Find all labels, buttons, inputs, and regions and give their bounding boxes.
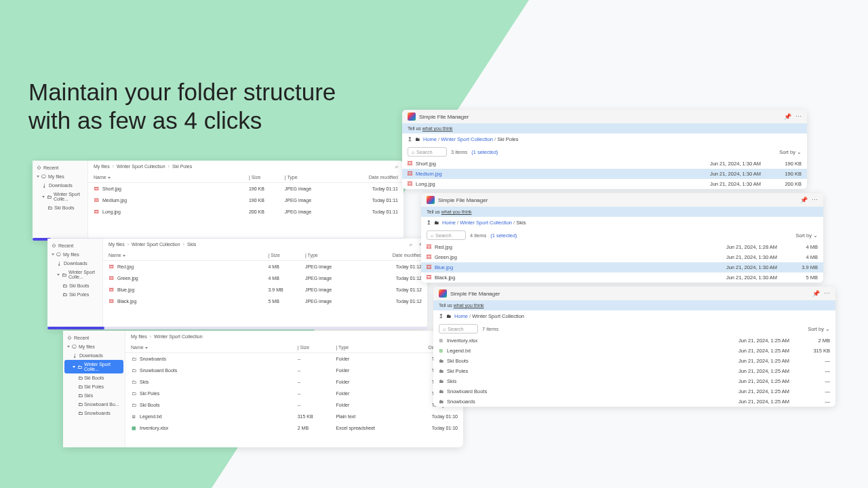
feedback-link[interactable]: what you think bbox=[454, 303, 484, 308]
crumb[interactable]: Home bbox=[423, 136, 437, 142]
folder-icon: 🖿 bbox=[439, 358, 444, 364]
file-row[interactable]: 🖼Medium.jpg 190 KB JPEG image Today 01:1… bbox=[88, 195, 403, 206]
pin-icon[interactable]: 📌 bbox=[812, 290, 820, 297]
file-row[interactable]: 🖼Short.jpg 190 KB JPEG image Today 01:11 bbox=[88, 183, 403, 195]
sort-arrow-icon[interactable] bbox=[108, 177, 111, 179]
crumb[interactable]: Skis bbox=[516, 220, 526, 226]
file-row[interactable]: 🗀Skis -- Folder Today 01:13 bbox=[125, 376, 463, 388]
crumb[interactable]: Ski Poles bbox=[497, 136, 518, 142]
sidebar-wsc[interactable]: 🗀 Winter Sport Colle... bbox=[34, 190, 86, 203]
sort-button[interactable]: Sort by ⌄ bbox=[795, 232, 818, 239]
file-row[interactable]: 🗎Inventory.xlsx Jun 21, 2024, 1:25 AM 2 … bbox=[433, 336, 835, 346]
crumb[interactable]: My files bbox=[131, 334, 147, 339]
sidebar-downloads[interactable]: ⭳ Downloads bbox=[34, 181, 86, 190]
file-row[interactable]: 🖿Snowboards Jun 21, 2024, 1:25 AM — bbox=[433, 396, 835, 407]
file-row[interactable]: 🗀Ski Boots -- Folder Today 01:13 bbox=[125, 399, 463, 411]
sidebar-skiboots[interactable]: 🗀 Ski Boots bbox=[34, 203, 86, 212]
crumb[interactable]: Winter Sport Collection bbox=[117, 164, 165, 169]
image-file-icon: 🖼 bbox=[427, 244, 432, 250]
image-file-icon: 🖼 bbox=[94, 209, 100, 215]
crumb[interactable]: Home bbox=[454, 313, 468, 319]
crumb[interactable]: Skis bbox=[187, 242, 196, 247]
folder-icon: 🗀 bbox=[131, 379, 137, 385]
feedback-link[interactable]: what you think bbox=[422, 126, 453, 131]
more-icon[interactable]: ⋯ bbox=[795, 113, 802, 120]
file-row[interactable]: 🖼Green.jpg 4 MB JPEG image Today 01:12 bbox=[103, 272, 427, 284]
sidebar-skiboots[interactable]: 🗀 Ski Boots bbox=[49, 281, 101, 290]
breadcrumb: My files› Winter Sport Collection ⌕ bbox=[125, 331, 463, 342]
file-row[interactable]: 🖼Long.jpg Jun 21, 2024, 1:30 AM 200 KB bbox=[402, 179, 807, 189]
crumb[interactable]: Winter Sport Collection bbox=[472, 313, 524, 319]
search-input[interactable]: ⌕ Search bbox=[408, 147, 447, 157]
image-file-icon: 🖼 bbox=[427, 254, 432, 260]
pin-icon[interactable]: 📌 bbox=[784, 113, 791, 120]
sidebar-recent[interactable]: ⏲ Recent bbox=[34, 163, 86, 172]
file-row[interactable]: 🖼Red.jpg Jun 21, 2024, 1:28 AM 4 MB bbox=[421, 242, 823, 252]
sidebar-recent[interactable]: ⏲ Recent bbox=[49, 241, 101, 250]
sidebar-recent[interactable]: ⏲ Recent bbox=[64, 333, 123, 342]
search-icon[interactable]: ⌕ bbox=[395, 164, 398, 169]
file-row[interactable]: 🗎Legend.txt Jun 21, 2024, 1:25 AM 315 KB bbox=[433, 346, 835, 356]
file-row[interactable]: 🗀Snowboards -- Folder Today 01:13 bbox=[125, 353, 463, 365]
crumb[interactable]: My files bbox=[108, 242, 125, 247]
sidebar-myfiles[interactable]: 🖵 My files bbox=[64, 342, 123, 351]
sort-arrow-icon[interactable] bbox=[123, 255, 125, 257]
file-row[interactable]: 🗎Legend.txt 315 KB Plain text Today 01:1… bbox=[125, 411, 463, 422]
sort-arrow-icon[interactable] bbox=[145, 347, 148, 349]
crumb[interactable]: Winter Sport Collection bbox=[460, 220, 512, 226]
sidebar-myfiles[interactable]: 🖵 My files bbox=[49, 250, 101, 259]
up-icon[interactable]: ↥ bbox=[408, 136, 412, 142]
file-row[interactable]: 🖼Long.jpg 200 KB JPEG image Today 01:11 bbox=[88, 206, 403, 218]
crumb[interactable]: Winter Sport Collection bbox=[441, 136, 493, 142]
feedback-link[interactable]: what you think bbox=[441, 209, 472, 214]
file-row[interactable]: 🖿Ski Poles Jun 21, 2024, 1:25 AM — bbox=[433, 366, 835, 376]
spreadsheet-icon: 🗎 bbox=[439, 338, 444, 344]
sidebar-item[interactable]: 🗀 Snowboard Bo... bbox=[64, 400, 123, 409]
crumb[interactable]: Winter Sport Collection bbox=[154, 334, 203, 339]
more-icon[interactable]: ⋯ bbox=[824, 290, 830, 297]
file-row[interactable]: 🖼Short.jpg Jun 21, 2024, 1:30 AM 190 KB bbox=[402, 159, 807, 169]
crumb[interactable]: Winter Sport Collection bbox=[132, 242, 180, 247]
file-row[interactable]: 🖼Black.jpg 5 MB JPEG image Today 01:12 bbox=[103, 296, 427, 307]
search-input[interactable]: ⌕ Search bbox=[427, 230, 466, 240]
file-row[interactable]: 🖼Green.jpg Jun 21, 2024, 1:30 AM 4 MB bbox=[421, 252, 823, 262]
search-icon[interactable]: ⌕ bbox=[410, 242, 412, 247]
file-row[interactable]: 🖿Skis Jun 21, 2024, 1:25 AM — bbox=[433, 376, 835, 386]
sidebar-item[interactable]: 🗀 Ski Boots bbox=[64, 373, 123, 382]
up-icon[interactable]: ↥ bbox=[439, 313, 443, 319]
file-row[interactable]: 🗀Ski Poles -- Folder Today 01:13 bbox=[125, 388, 463, 399]
file-row[interactable]: 🖼Black.jpg Jun 21, 2024, 1:30 AM 5 MB bbox=[421, 272, 823, 283]
file-row[interactable]: ▦Inventory.xlsx 2 MB Excel spreadsheet T… bbox=[125, 422, 463, 434]
crumb[interactable]: My files bbox=[94, 164, 110, 169]
sort-button[interactable]: Sort by ⌄ bbox=[808, 326, 830, 332]
sidebar-wsc[interactable]: 🗀 Winter Sport Colle... bbox=[49, 268, 101, 281]
file-row[interactable]: 🖼Blue.jpg Jun 21, 2024, 1:30 AM 3.9 MB bbox=[421, 262, 823, 272]
item-count: 3 items bbox=[451, 149, 467, 155]
sidebar-downloads[interactable]: ⭳ Downloads bbox=[49, 259, 101, 268]
sidebar-item[interactable]: 🗀 Ski Poles bbox=[64, 382, 123, 391]
sidebar-myfiles[interactable]: 🖵 My files bbox=[34, 172, 86, 181]
sidebar-skipoles[interactable]: 🗀 Ski Poles bbox=[49, 290, 101, 299]
sidebar-item[interactable]: 🗀 Skis bbox=[64, 391, 123, 400]
sidebar-wsc-selected[interactable]: 🗀 Winter Sport Colle... bbox=[64, 360, 123, 373]
file-row[interactable]: 🗀Snowboard Boots -- Folder Today 01:13 bbox=[125, 365, 463, 376]
file-row[interactable]: 🖿Ski Boots Jun 21, 2024, 1:25 AM — bbox=[433, 356, 835, 366]
finder-window-ski-poles: ⏲ Recent 🖵 My files ⭳ Downloads 🗀 Winter… bbox=[33, 161, 403, 241]
sort-button[interactable]: Sort by ⌄ bbox=[779, 149, 802, 155]
app-logo-icon bbox=[439, 289, 447, 298]
more-icon[interactable]: ⋯ bbox=[812, 197, 818, 203]
file-row[interactable]: 🖼Blue.jpg 3.9 MB JPEG image Today 01:12 bbox=[103, 284, 427, 296]
sidebar-downloads[interactable]: ⭳ Downloads bbox=[64, 351, 123, 360]
crumb[interactable]: Home bbox=[442, 220, 456, 226]
app-title: Simple File Manager bbox=[438, 197, 488, 203]
file-row[interactable]: 🖼Medium.jpg Jun 21, 2024, 1:30 AM 190 KB bbox=[402, 169, 807, 179]
item-count: 4 items bbox=[470, 232, 486, 239]
file-row[interactable]: 🖼Red.jpg 4 MB JPEG image Today 01:12 bbox=[103, 261, 427, 272]
file-row[interactable]: 🖿Snowboard Boots Jun 21, 2024, 1:25 AM — bbox=[433, 386, 835, 396]
sidebar-item[interactable]: 🗀 Snowboards bbox=[64, 409, 123, 418]
search-input[interactable]: ⌕ Search bbox=[439, 324, 478, 333]
crumb[interactable]: Ski Poles bbox=[172, 164, 192, 169]
image-file-icon: 🖼 bbox=[408, 171, 413, 177]
pin-icon[interactable]: 📌 bbox=[800, 197, 808, 203]
up-icon[interactable]: ↥ bbox=[427, 220, 431, 226]
